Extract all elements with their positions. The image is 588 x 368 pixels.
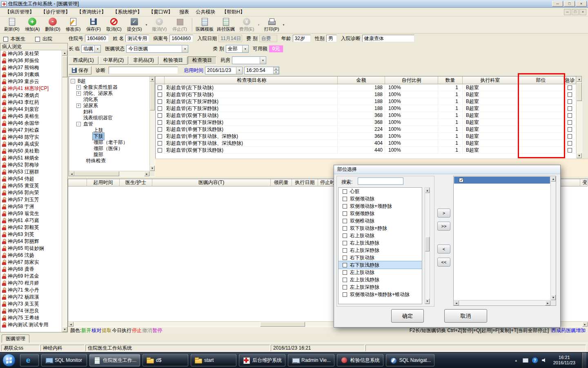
move-left-button[interactable]: < <box>437 245 450 254</box>
taskbar-app-button[interactable]: SQL Navigat... <box>386 354 435 366</box>
dialog-titlebar[interactable]: 部位选择 <box>334 165 560 174</box>
add-order-link[interactable]: 西成药医嘱增加 <box>551 327 586 334</box>
patient-list-item[interactable]: 神内测试 测试专用 <box>0 321 62 328</box>
patient-list-item[interactable]: 神内61 卓巧庭 <box>0 217 62 224</box>
tree-expand-icon[interactable]: + <box>76 103 81 108</box>
body-part-list-scrollbar[interactable]: ▲ ▼ <box>425 187 430 304</box>
order-category-tab[interactable]: 检验项目 <box>159 56 187 65</box>
selected-part-checkbox[interactable] <box>459 178 463 182</box>
tree-node[interactable]: 浅表组织器官 <box>69 115 149 121</box>
selected-part-row[interactable] <box>454 177 550 184</box>
my-doctor-checkbox[interactable] <box>3 37 8 42</box>
pharmacy-combo[interactable] <box>232 56 266 64</box>
table-row[interactable]: 彩超血管(左下肢动脉) 188 100% 1 B超室 <box>156 84 582 91</box>
scroll-right-icon[interactable]: ► <box>582 322 588 327</box>
save-button[interactable]: 保存 <box>69 66 91 74</box>
toolbar-button[interactable]: 刷新(R) <box>2 17 22 33</box>
patient-list-item[interactable]: 神内51 林炳全 <box>0 155 62 162</box>
patient-list-item[interactable]: 神内48 陈守实 <box>0 134 62 141</box>
patient-list-item[interactable]: 神内38 刘素娥 <box>0 71 62 78</box>
patient-list-item[interactable]: 神内59 翁觉生 <box>0 210 62 217</box>
patient-list-item[interactable]: 神内57 刘玉芳 <box>0 196 62 203</box>
emergency-checkbox[interactable] <box>568 92 572 97</box>
patient-list-item[interactable]: 神内55 黄亚英 <box>0 182 62 189</box>
scrollbar-thumb[interactable] <box>62 56 67 77</box>
spin-up-icon[interactable]: ▲ <box>273 67 279 71</box>
tree-node[interactable]: 上肢 <box>69 127 149 133</box>
body-part-checkbox[interactable] <box>343 211 347 216</box>
patient-list-item[interactable]: 神内66 沈扬 <box>0 252 62 259</box>
combo-arrow-icon[interactable] <box>236 67 242 74</box>
discharge-checkbox[interactable] <box>35 37 40 42</box>
move-all-left-button[interactable]: << <box>437 258 450 267</box>
restore-button[interactable]: □ <box>564 1 575 7</box>
row-checkbox[interactable] <box>158 134 162 139</box>
scroll-up-icon[interactable]: ▲ <box>551 176 556 182</box>
body-part-checkbox[interactable] <box>343 189 347 194</box>
body-part-option[interactable]: 右上肢深静脉 <box>339 247 422 254</box>
toolbar-button[interactable]: 费用(E) <box>237 17 261 33</box>
toolbar-button[interactable]: 提交(S) <box>125 17 149 33</box>
table-row[interactable]: 彩超血管(单侧下肢动脉、深静脉) 368 100% 1 B超室 <box>156 133 582 140</box>
body-part-checkbox[interactable] <box>343 278 347 282</box>
patient-list-item[interactable]: 神内65 司徒妙娴 <box>0 245 62 252</box>
body-part-option[interactable]: 左上肢浅静脉 <box>339 276 422 283</box>
scroll-down-icon[interactable]: ▼ <box>577 153 582 158</box>
case-no-field[interactable]: 1604860 <box>169 35 193 42</box>
scroll-down-icon[interactable]: ▼ <box>62 327 67 332</box>
row-checkbox[interactable] <box>158 113 162 118</box>
order-category-tab[interactable]: 西成药(1) <box>69 56 98 65</box>
tree-node[interactable]: 特殊检查 <box>69 158 149 164</box>
table-row[interactable]: 彩超血管(双侧下肢深静脉) 368 100% 1 B超室 <box>156 119 582 126</box>
tree-node[interactable]: + 泌尿系 <box>69 103 149 109</box>
spin-down-icon[interactable]: ▼ <box>273 70 279 74</box>
tree-expand-icon[interactable]: + <box>76 85 81 90</box>
scroll-down-icon[interactable]: ▼ <box>551 295 556 300</box>
patient-list-item[interactable]: 神内68 龚香 <box>0 266 62 273</box>
emergency-checkbox[interactable] <box>568 106 572 111</box>
patient-list-item[interactable]: 神内42 潘炳贞 <box>0 92 62 99</box>
tree-node[interactable]: 消化系 <box>69 96 149 103</box>
order-category-tab[interactable]: 中草药(2) <box>99 56 129 65</box>
order-category-tab[interactable]: 非药品(3) <box>129 56 158 65</box>
taskbar-app-button[interactable]: d$ <box>143 354 188 366</box>
mdi-close-icon[interactable]: × <box>579 9 586 15</box>
tree-horizontal-scrollbar[interactable]: ◄ ► <box>69 171 149 176</box>
table-row[interactable]: 彩超血管(双侧下肢浅静脉) 440 100% 1 B超室 <box>156 147 582 154</box>
patient-list-item[interactable]: 神内41 林惠珍[CP] <box>0 85 62 92</box>
emergency-checkbox[interactable] <box>568 141 572 146</box>
scroll-right-icon[interactable]: ► <box>545 301 550 305</box>
patient-list-item[interactable]: 神内35 吴桂荣 <box>0 50 62 57</box>
name-field[interactable]: 测试专用 <box>125 35 149 42</box>
patient-list-item[interactable]: 神内73 吴玉英 <box>0 301 62 307</box>
tree-expand-icon[interactable]: - <box>76 122 81 126</box>
selected-list-horizontal-scrollbar[interactable]: ◄ ► <box>454 300 550 305</box>
patient-list-item[interactable]: 神内69 叶孟金 <box>0 273 62 280</box>
row-checkbox[interactable] <box>158 120 162 125</box>
diagnosis-input[interactable] <box>109 67 178 74</box>
body-part-checkbox[interactable] <box>343 233 347 238</box>
body-part-checkbox[interactable] <box>343 270 347 275</box>
tree-node[interactable]: 腹部 <box>69 152 149 158</box>
emergency-checkbox[interactable] <box>568 113 572 118</box>
toolbar-button[interactable]: 停止(T) <box>170 17 189 33</box>
row-checkbox[interactable] <box>158 127 162 132</box>
tree-node[interactable]: + 消化、泌尿系 <box>69 90 149 96</box>
ok-button[interactable]: 确定 <box>391 309 424 323</box>
start-date-combo[interactable]: 2016/11/23 <box>205 67 243 74</box>
selected-list-vertical-scrollbar[interactable]: ▲ ▼ <box>550 176 556 300</box>
table-row[interactable]: 彩超血管(双侧下肢动脉) 368 100% 1 B超室 <box>156 112 582 119</box>
toolbar-button[interactable]: 删除(D) <box>43 17 62 33</box>
body-part-checkbox[interactable] <box>343 241 347 245</box>
scrollbar-thumb[interactable] <box>260 322 305 327</box>
menu-item[interactable]: 【系统维护】 <box>109 9 145 16</box>
body-part-checkbox[interactable] <box>343 292 347 297</box>
patient-list-item[interactable]: 神内36 郑振俭 <box>0 57 62 64</box>
taskbar-app-button[interactable]: start <box>191 354 236 366</box>
start-button[interactable] <box>2 354 16 367</box>
patient-list-item[interactable]: 神内37 熊锦梅 <box>0 64 62 71</box>
minimize-button[interactable]: ─ <box>552 1 563 7</box>
row-checkbox[interactable] <box>158 92 162 97</box>
patient-list-item[interactable]: 神内44 刘泉官 <box>0 106 62 113</box>
patient-list-item[interactable]: 神内72 杨跟溪 <box>0 294 62 301</box>
